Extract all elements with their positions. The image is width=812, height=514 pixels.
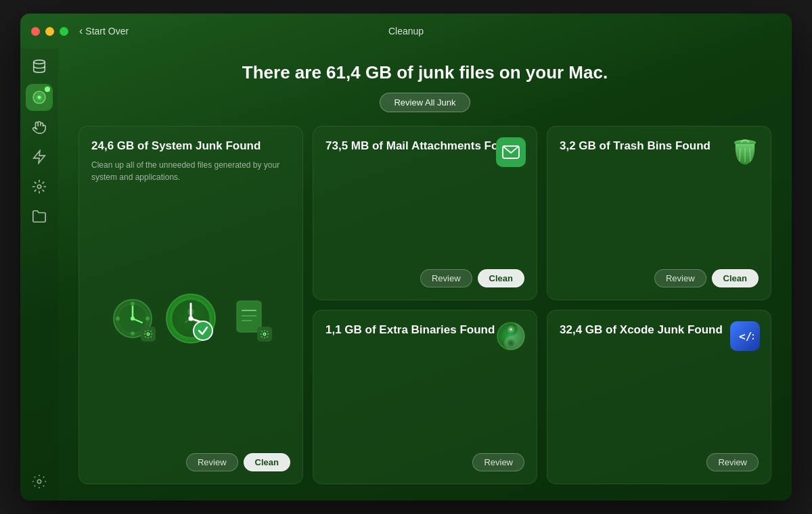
card-binaries-title: 1,1 GB of Extra Binaries Found [325,323,524,337]
envelope-icon [502,145,520,159]
mail-icon [496,137,526,167]
card-trash-actions: Review Clean [560,262,759,287]
review-all-button[interactable]: Review All Junk [380,93,470,112]
clock-person-svg [161,289,221,348]
card-system-junk: 24,6 GB of System Junk Found Clean up al… [78,126,303,484]
apps-icon [32,179,47,194]
close-button[interactable] [31,27,40,36]
svg-point-6 [37,480,41,484]
xcode-symbol-svg: </> [736,327,754,345]
smart-clean-icon [31,89,47,106]
sidebar-item-privacy[interactable] [26,114,53,141]
dot-indicator [45,87,50,92]
xcode-review-button[interactable]: Review [706,453,759,471]
card-extra-binaries: 1,1 GB of Extra Binaries Found [313,310,537,484]
trash-clean-button[interactable]: Clean [712,269,759,287]
yin-yang-svg [496,321,526,351]
mail-review-button[interactable]: Review [420,269,472,287]
settings-icon [32,474,47,489]
svg-marker-4 [34,151,45,163]
svg-line-32 [740,148,740,162]
lightning-icon [32,149,47,164]
disk-icon [32,59,47,77]
files-icon [32,209,47,224]
svg-line-34 [750,148,750,162]
hand-icon [32,120,47,135]
svg-point-16 [147,333,150,335]
svg-point-11 [131,317,135,321]
titlebar: ‹ Start Over Cleanup [20,14,792,49]
card-xcode-junk: 32,4 GB of Xcode Junk Found </> Review [547,310,771,484]
sidebar-item-settings[interactable] [26,468,53,495]
window-title: Cleanup [388,26,424,37]
app-window: ‹ Start Over Cleanup [20,14,792,500]
card-trash-bins: 3,2 GB of Trash Bins Found [547,126,771,300]
illustration-clock-person [161,289,221,348]
xcode-icon: </> [730,321,760,351]
illustration-doc-gear [226,296,272,342]
svg-point-3 [38,96,41,99]
back-label: Start Over [85,26,129,37]
card-binaries-actions: Review [325,446,524,471]
sidebar-item-disk[interactable] [26,54,53,81]
svg-point-13 [131,302,135,306]
card-xcode-actions: Review [560,446,759,471]
svg-point-39 [510,342,512,344]
card-system-junk-desc: Clean up all of the unneeded files gener… [91,159,290,183]
svg-point-14 [116,317,120,321]
card-xcode-title: 32,4 GB of Xcode Junk Found [560,323,759,337]
xcode-badge: </> [730,321,760,351]
svg-point-23 [187,308,194,315]
svg-point-5 [37,185,41,189]
card-illustration [91,183,290,446]
card-mail-title: 73,5 MB of Mail Attachments Found [325,139,524,154]
svg-text:</>: </> [739,330,754,343]
gear-badge [141,327,156,342]
card-mail-actions: Review Clean [325,262,524,287]
card-trash-title: 3,2 GB of Trash Bins Found [560,139,759,154]
minimize-button[interactable] [45,27,54,36]
binaries-review-button[interactable]: Review [472,453,524,471]
card-system-junk-title: 24,6 GB of System Junk Found [91,139,290,154]
system-junk-review-button[interactable]: Review [186,453,238,471]
mail-clean-button[interactable]: Clean [478,269,524,287]
content-header: There are 61,4 GB of junk files on your … [78,62,771,112]
sidebar-item-apps[interactable] [26,173,53,200]
cards-grid: 24,6 GB of System Junk Found Clean up al… [78,126,771,484]
trash-bin-svg [732,137,758,167]
card-system-junk-actions: Review Clean [91,446,290,471]
system-junk-clean-button[interactable]: Clean [244,453,290,471]
svg-point-22 [194,321,212,340]
svg-point-15 [145,317,150,321]
illustration-clock-gear [110,296,156,342]
svg-point-0 [34,60,45,64]
binaries-icon [496,321,526,351]
content-area: There are 61,4 GB of junk files on your … [58,49,792,500]
trash-icon [730,137,760,167]
sidebar-item-speed[interactable] [26,143,53,170]
back-button[interactable]: ‹ Start Over [79,25,129,37]
doc-gear-badge [257,327,272,342]
sidebar-item-files[interactable] [26,203,53,230]
svg-point-29 [263,333,266,335]
trash-review-button[interactable]: Review [654,269,706,287]
svg-point-12 [131,331,135,335]
main-layout: There are 61,4 GB of junk files on your … [20,49,792,500]
headline: There are 61,4 GB of junk files on your … [78,62,771,83]
chevron-left-icon: ‹ [79,25,83,37]
sidebar [20,49,58,500]
svg-point-38 [510,328,512,331]
fullscreen-button[interactable] [60,27,68,36]
traffic-lights [31,27,68,36]
sidebar-item-smart[interactable] [26,84,53,111]
card-mail-attachments: 73,5 MB of Mail Attachments Found Review… [313,126,537,300]
